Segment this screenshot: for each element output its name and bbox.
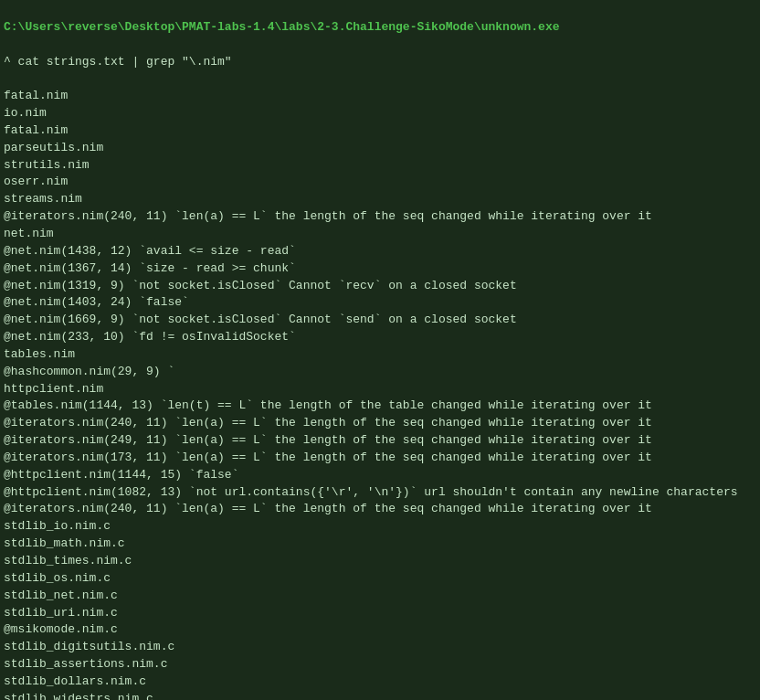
output-line: @msikomode.nim.c — [4, 622, 118, 636]
output-line: net.nim — [4, 227, 54, 240]
output-line: @net.nim(233, 10) `fd != osInvalidSocket… — [4, 330, 296, 344]
output-line: stdlib_widestrs.nim.c — [4, 692, 153, 700]
command-line: ^ cat strings.txt | grep "\.nim" — [4, 55, 232, 69]
output-line: fatal.nim — [4, 123, 68, 137]
output-line: @net.nim(1403, 24) `false` — [4, 295, 189, 309]
output-line: @net.nim(1438, 12) `avail <= size - read… — [4, 244, 296, 258]
output-line: fatal.nim — [4, 89, 68, 102]
output-line: @iterators.nim(240, 11) `len(a) == L` th… — [4, 416, 652, 430]
output-line: streams.nim — [4, 192, 82, 206]
output-area: fatal.nim io.nim fatal.nim parseutils.ni… — [4, 88, 756, 700]
output-line: @iterators.nim(249, 11) `len(a) == L` th… — [4, 433, 652, 447]
output-line: @net.nim(1319, 9) `not socket.isClosed` … — [4, 279, 517, 292]
output-line: @tables.nim(1144, 13) `len(t) == L` the … — [4, 398, 652, 412]
output-line: stdlib_io.nim.c — [4, 519, 111, 533]
output-line: @iterators.nim(173, 11) `len(a) == L` th… — [4, 451, 652, 464]
output-line: stdlib_math.nim.c — [4, 536, 125, 550]
output-line: @net.nim(1367, 14) `size - read >= chunk… — [4, 261, 296, 275]
output-line: @httpclient.nim(1082, 13) `not url.conta… — [4, 485, 738, 499]
output-line: @net.nim(1669, 9) `not socket.isClosed` … — [4, 313, 517, 326]
output-line: httpclient.nim — [4, 382, 103, 396]
output-line: stdlib_net.nim.c — [4, 589, 118, 602]
output-line: @iterators.nim(240, 11) `len(a) == L` th… — [4, 209, 652, 223]
output-line: @hashcommon.nim(29, 9) ` — [4, 365, 174, 378]
output-line: @iterators.nim(240, 11) `len(a) == L` th… — [4, 502, 652, 515]
output-line: strutils.nim — [4, 158, 90, 172]
output-line: stdlib_uri.nim.c — [4, 606, 118, 620]
output-line: stdlib_digitsutils.nim.c — [4, 640, 174, 653]
output-line: stdlib_assertions.nim.c — [4, 657, 167, 671]
output-line: stdlib_dollars.nim.c — [4, 674, 146, 688]
output-line: io.nim — [4, 106, 47, 120]
output-line: tables.nim — [4, 347, 75, 361]
output-line: parseutils.nim — [4, 141, 103, 154]
title-bar: C:\Users\reverse\Desktop\PMAT-labs-1.4\l… — [4, 20, 560, 34]
output-line: oserr.nim — [4, 175, 68, 188]
terminal-window: C:\Users\reverse\Desktop\PMAT-labs-1.4\l… — [0, 0, 760, 700]
output-line: stdlib_os.nim.c — [4, 571, 111, 585]
output-line: stdlib_times.nim.c — [4, 554, 132, 567]
output-line: @httpclient.nim(1144, 15) `false` — [4, 468, 238, 482]
